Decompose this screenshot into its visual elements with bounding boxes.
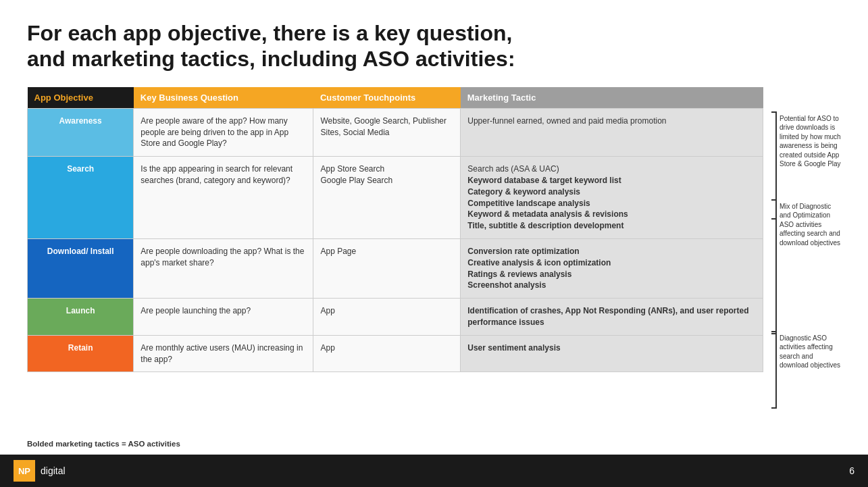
table-wrapper: App Objective Key Business Question Cust… [27,87,841,409]
table-row: Launch Are people launching the app? App… [28,299,763,336]
table-row: Awareness Are people aware of the app? H… [28,108,763,156]
main-table: App Objective Key Business Question Cust… [27,87,763,373]
touchpoints-search: App Store Search Google Play Search [313,157,461,239]
header-objective: App Objective [28,87,134,109]
footer-page-number: 6 [849,465,854,476]
footer-logo: NP digital [14,460,66,482]
question-launch: Are people launching the app? [134,299,313,336]
side-annotations: Potential for ASO to drive downloads is … [763,87,841,409]
question-search: Is the app appearing in search for relev… [134,157,313,239]
slide-title: For each app objective, there is a key q… [27,20,841,72]
touchpoints-awareness: Website, Google Search, Publisher Sites,… [313,108,461,156]
table-row: Search Is the app appearing in search fo… [28,157,763,239]
objective-search: Search [28,157,134,239]
header-question: Key Business Question [134,87,313,109]
touchpoints-retain: App [313,335,461,372]
tactic-download: Conversion rate optimizationCreative ana… [461,238,763,298]
tactic-search-bold: Keyword database & target keyword listCa… [467,176,628,230]
logo-square: NP [14,460,35,482]
table-row: Retain Are monthly active users (MAU) in… [28,335,763,372]
tactic-awareness: Upper-funnel earned, owned and paid medi… [461,108,763,156]
slide-container: For each app objective, there is a key q… [0,0,868,487]
tactic-retain-bold: User sentiment analysis [467,343,560,353]
tactic-search: Search ads (ASA & UAC) Keyword database … [461,157,763,239]
annotation-block-2: Mix of Diagnostic and Optimization ASO a… [769,199,841,334]
annotation-text-2: Mix of Diagnostic and Optimization ASO a… [780,199,841,334]
objective-awareness: Awareness [28,108,134,156]
header-touchpoints: Customer Touchpoints [313,87,461,109]
touchpoints-download: App Page [313,238,461,298]
annotation-block-3: Diagnostic ASO activities affecting sear… [769,331,841,409]
annotation-text-3: Diagnostic ASO activities affecting sear… [780,331,841,409]
logo-brand-name: digital [41,465,66,476]
touchpoints-launch: App [313,299,461,336]
header-tactic: Marketing Tactic [461,87,763,109]
annotation-bracket-3 [769,331,777,409]
tactic-launch-bold: Identification of crashes, App Not Respo… [467,306,748,327]
tactic-retain: User sentiment analysis [461,335,763,372]
table-row: Download/ Install Are people downloading… [28,238,763,298]
footer-note-text: Bolded marketing tactics = ASO activitie… [27,440,180,448]
question-download: Are people downloading the app? What is … [134,238,313,298]
objective-launch: Launch [28,299,134,336]
question-retain: Are monthly active users (MAU) increasin… [134,335,313,372]
tactic-search-plain: Search ads (ASA & UAC) [467,164,559,174]
footer-note: Bolded marketing tactics = ASO activitie… [27,440,760,448]
objective-retain: Retain [28,335,134,372]
objective-download: Download/ Install [28,238,134,298]
footer-bar: NP digital 6 [0,455,868,487]
tactic-download-bold: Conversion rate optimizationCreative ana… [467,247,611,290]
tactic-launch: Identification of crashes, App Not Respo… [461,299,763,336]
annotation-bracket-2 [769,199,777,334]
question-awareness: Are people aware of the app? How many pe… [134,108,313,156]
